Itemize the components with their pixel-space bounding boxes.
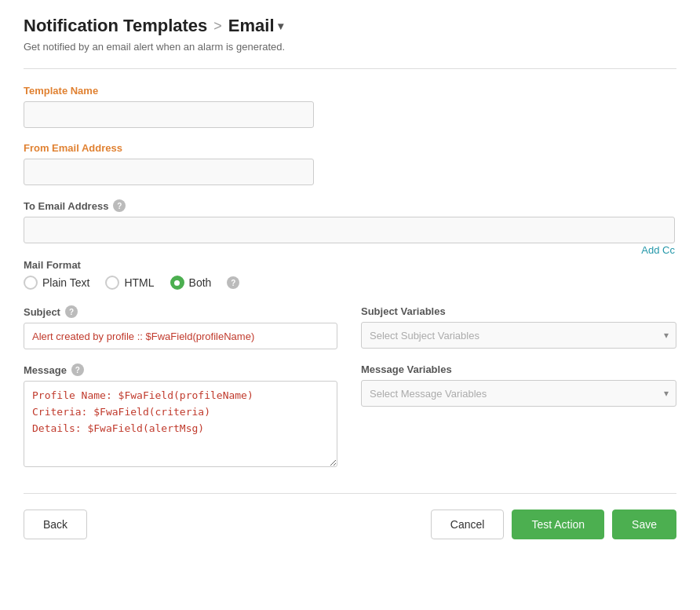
template-name-section: Template Name <box>24 85 676 128</box>
radio-both-label: Both <box>189 276 212 289</box>
subject-variables-label: Subject Variables <box>361 305 676 317</box>
to-email-section: To Email Address ? Add Cc <box>24 199 676 256</box>
back-button[interactable]: Back <box>24 510 87 539</box>
message-textarea[interactable]: Profile Name: $FwaField(profileName) Cri… <box>24 381 337 467</box>
radio-html[interactable]: HTML <box>105 276 154 290</box>
footer-buttons: Back Cancel Test Action Save <box>24 510 676 539</box>
page-subtitle: Get notified by an email alert when an a… <box>24 41 676 53</box>
breadcrumb: Notification Templates > Email ▾ <box>24 16 676 36</box>
radio-plain-text[interactable]: Plain Text <box>24 276 89 290</box>
top-divider <box>24 68 676 69</box>
message-variables-col: Message Variables Select Message Variabl… <box>361 363 676 469</box>
radio-plain-circle[interactable] <box>24 276 38 290</box>
message-variables-select[interactable]: Select Message Variables <box>361 380 676 407</box>
radio-html-circle[interactable] <box>105 276 119 290</box>
subject-variables-col: Subject Variables Select Subject Variabl… <box>361 305 676 349</box>
template-name-label: Template Name <box>24 85 676 97</box>
test-action-button[interactable]: Test Action <box>512 510 604 539</box>
from-email-section: From Email Address <box>24 142 676 185</box>
right-buttons: Cancel Test Action Save <box>431 510 676 539</box>
message-label: Message ? <box>24 363 337 376</box>
template-name-input[interactable] <box>24 101 314 128</box>
subject-col: Subject ? <box>24 305 337 349</box>
breadcrumb-current-label: Email <box>228 16 275 36</box>
breadcrumb-dropdown-arrow[interactable]: ▾ <box>278 20 283 32</box>
radio-plain-label: Plain Text <box>42 276 89 289</box>
breadcrumb-separator: > <box>213 18 222 35</box>
bottom-divider <box>24 493 676 494</box>
save-button[interactable]: Save <box>612 510 676 539</box>
radio-html-label: HTML <box>124 276 154 289</box>
mail-format-radio-group: Plain Text HTML Both ? <box>24 276 676 290</box>
from-email-input[interactable] <box>24 159 314 185</box>
breadcrumb-current: Email ▾ <box>228 16 283 36</box>
mail-format-label: Mail Format <box>24 259 676 271</box>
subject-help-icon[interactable]: ? <box>65 305 78 318</box>
mail-format-section: Mail Format Plain Text HTML Both ? <box>24 259 676 290</box>
subject-variables-select-wrapper: Select Subject Variables <box>361 322 676 349</box>
message-variables-label: Message Variables <box>361 363 676 375</box>
breadcrumb-parent: Notification Templates <box>24 16 207 36</box>
add-cc-row: Add Cc <box>24 243 675 256</box>
add-cc-link[interactable]: Add Cc <box>641 244 675 256</box>
subject-label: Subject ? <box>24 305 337 318</box>
subject-row: Subject ? Subject Variables Select Subje… <box>24 305 676 349</box>
from-email-label: From Email Address <box>24 142 676 154</box>
to-email-label: To Email Address ? <box>24 199 676 212</box>
message-row: Message ? Profile Name: $FwaField(profil… <box>24 363 676 469</box>
to-email-input[interactable] <box>24 217 675 243</box>
subject-variables-select[interactable]: Select Subject Variables <box>361 322 676 349</box>
mail-format-help-icon[interactable]: ? <box>227 276 239 289</box>
cancel-button[interactable]: Cancel <box>431 510 505 539</box>
message-help-icon[interactable]: ? <box>71 363 84 376</box>
radio-both[interactable]: Both <box>170 276 212 290</box>
message-variables-select-wrapper: Select Message Variables <box>361 380 676 407</box>
radio-both-circle[interactable] <box>170 276 184 290</box>
message-col: Message ? Profile Name: $FwaField(profil… <box>24 363 337 469</box>
subject-input[interactable] <box>24 323 337 349</box>
to-email-help-icon[interactable]: ? <box>113 199 126 212</box>
